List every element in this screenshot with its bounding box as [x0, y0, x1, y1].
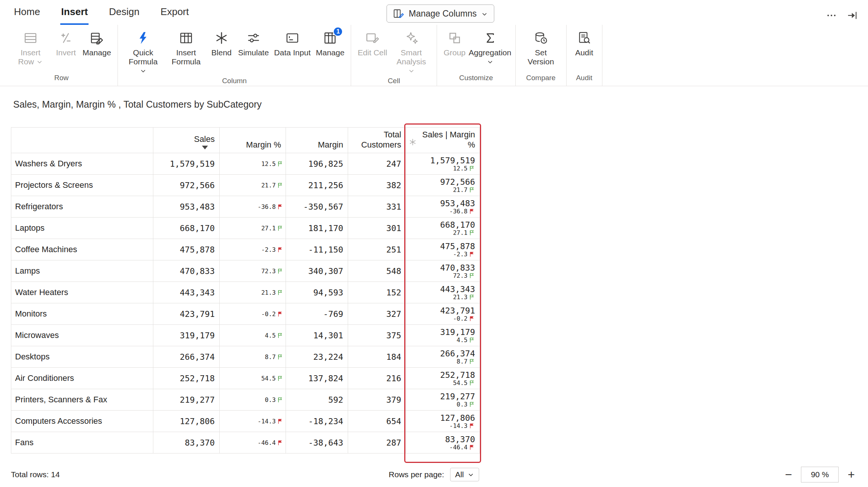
- row-label-cell[interactable]: Air Conditioners: [11, 368, 153, 389]
- row-label-cell[interactable]: Lamps: [11, 260, 153, 282]
- sales-margin-combo-cell[interactable]: 668,17027.1: [406, 218, 480, 239]
- margin-pct-cell[interactable]: 72.3: [220, 260, 286, 282]
- sales-cell[interactable]: 83,370: [153, 432, 220, 454]
- rows-per-page-select[interactable]: All: [450, 468, 479, 481]
- margin-pct-cell[interactable]: 21.7: [220, 175, 286, 196]
- customers-cell[interactable]: 548: [348, 260, 406, 282]
- sales-margin-combo-cell[interactable]: 219,2770.3: [406, 389, 480, 411]
- margin-cell[interactable]: 23,224: [286, 346, 348, 368]
- margin-cell[interactable]: -350,567: [286, 196, 348, 218]
- customers-cell[interactable]: 375: [348, 325, 406, 346]
- sales-margin-combo-cell[interactable]: 252,71854.5: [406, 368, 480, 389]
- customers-cell[interactable]: 327: [348, 303, 406, 325]
- smart-analysis-button[interactable]: Smart Analysis: [390, 25, 433, 75]
- sales-margin-combo-header[interactable]: Sales | Margin %: [406, 128, 480, 153]
- sales-cell[interactable]: 972,566: [153, 175, 220, 196]
- margin-pct-cell[interactable]: -2.3: [220, 239, 286, 260]
- pin-icon[interactable]: [847, 10, 858, 23]
- customers-cell[interactable]: 301: [348, 218, 406, 239]
- margin-cell[interactable]: 14,301: [286, 325, 348, 346]
- margin-pct-cell[interactable]: 4.5: [220, 325, 286, 346]
- margin-pct-cell[interactable]: -0.2: [220, 303, 286, 325]
- row-label-cell[interactable]: Computers Accessories: [11, 411, 153, 432]
- customers-cell[interactable]: 152: [348, 282, 406, 303]
- margin-cell[interactable]: 211,256: [286, 175, 348, 196]
- sales-cell[interactable]: 1,579,519: [153, 153, 220, 175]
- total-customers-header[interactable]: Total Customers: [348, 128, 406, 153]
- set-version-button[interactable]: Set Version: [520, 25, 562, 66]
- audit-button[interactable]: Audit: [570, 25, 598, 57]
- sales-cell[interactable]: 470,833: [153, 260, 220, 282]
- sales-margin-combo-cell[interactable]: 475,878-2.3: [406, 239, 480, 260]
- customers-cell[interactable]: 251: [348, 239, 406, 260]
- sales-margin-combo-cell[interactable]: 953,483-36.8: [406, 196, 480, 218]
- blend-button[interactable]: Blend: [208, 25, 235, 57]
- row-label-cell[interactable]: Laptops: [11, 218, 153, 239]
- aggregation-button[interactable]: Aggregation: [469, 25, 512, 66]
- margin-cell[interactable]: 196,825: [286, 153, 348, 175]
- sales-margin-combo-cell[interactable]: 127,806-14.3: [406, 411, 480, 432]
- more-options-icon[interactable]: [826, 10, 837, 23]
- customers-cell[interactable]: 654: [348, 411, 406, 432]
- margin-pct-cell[interactable]: -14.3: [220, 411, 286, 432]
- customers-cell[interactable]: 287: [348, 432, 406, 454]
- margin-pct-cell[interactable]: 27.1: [220, 218, 286, 239]
- insert-formula-button[interactable]: Insert Formula: [165, 25, 208, 66]
- margin-pct-cell[interactable]: -36.8: [220, 196, 286, 218]
- row-label-cell[interactable]: Refrigerators: [11, 196, 153, 218]
- row-label-cell[interactable]: Microwaves: [11, 325, 153, 346]
- margin-cell[interactable]: 592: [286, 389, 348, 411]
- customers-cell[interactable]: 331: [348, 196, 406, 218]
- tab-design[interactable]: Design: [108, 0, 140, 25]
- customers-cell[interactable]: 379: [348, 389, 406, 411]
- margin-cell[interactable]: 94,593: [286, 282, 348, 303]
- row-label-cell[interactable]: Printers, Scanners & Fax: [11, 389, 153, 411]
- manage-rows-button[interactable]: Manage: [80, 25, 114, 57]
- margin-pct-cell[interactable]: 12.5: [220, 153, 286, 175]
- sales-cell[interactable]: 266,374: [153, 346, 220, 368]
- edit-cell-button[interactable]: Edit Cell: [355, 25, 390, 57]
- sales-margin-combo-cell[interactable]: 1,579,51912.5: [406, 153, 480, 175]
- margin-header[interactable]: Margin: [286, 128, 348, 153]
- tab-insert[interactable]: Insert: [60, 0, 89, 25]
- margin-pct-cell[interactable]: 54.5: [220, 368, 286, 389]
- sales-margin-combo-cell[interactable]: 443,34321.3: [406, 282, 480, 303]
- sales-cell[interactable]: 668,170: [153, 218, 220, 239]
- tab-home[interactable]: Home: [13, 0, 41, 25]
- sales-cell[interactable]: 953,483: [153, 196, 220, 218]
- row-label-cell[interactable]: Coffee Machines: [11, 239, 153, 260]
- sales-cell[interactable]: 219,277: [153, 389, 220, 411]
- customers-cell[interactable]: 184: [348, 346, 406, 368]
- invert-button[interactable]: Invert: [52, 25, 80, 57]
- sales-margin-combo-cell[interactable]: 423,791-0.2: [406, 303, 480, 325]
- margin-cell[interactable]: 181,170: [286, 218, 348, 239]
- sales-margin-combo-cell[interactable]: 972,56621.7: [406, 175, 480, 196]
- sales-cell[interactable]: 127,806: [153, 411, 220, 432]
- zoom-out-button[interactable]: −: [783, 468, 795, 481]
- tab-export[interactable]: Export: [160, 0, 189, 25]
- margin-pct-cell[interactable]: 21.3: [220, 282, 286, 303]
- row-label-cell[interactable]: Water Heaters: [11, 282, 153, 303]
- margin-pct-cell[interactable]: -46.4: [220, 432, 286, 454]
- sales-cell[interactable]: 252,718: [153, 368, 220, 389]
- manage-columns-button[interactable]: Manage Columns: [387, 5, 494, 23]
- sales-margin-combo-cell[interactable]: 83,370-46.4: [406, 432, 480, 454]
- row-label-cell[interactable]: Washers & Dryers: [11, 153, 153, 175]
- row-label-cell[interactable]: Projectors & Screens: [11, 175, 153, 196]
- sales-margin-combo-cell[interactable]: 470,83372.3: [406, 260, 480, 282]
- sales-header[interactable]: Sales: [153, 128, 220, 153]
- margin-pct-cell[interactable]: 0.3: [220, 389, 286, 411]
- margin-cell[interactable]: -18,234: [286, 411, 348, 432]
- row-label-cell[interactable]: Desktops: [11, 346, 153, 368]
- insert-row-button[interactable]: Insert Row: [9, 25, 52, 66]
- sales-cell[interactable]: 443,343: [153, 282, 220, 303]
- sales-cell[interactable]: 475,878: [153, 239, 220, 260]
- customers-cell[interactable]: 216: [348, 368, 406, 389]
- margin-cell[interactable]: -769: [286, 303, 348, 325]
- margin-cell[interactable]: 137,824: [286, 368, 348, 389]
- margin-pct-header[interactable]: Margin %: [220, 128, 286, 153]
- row-label-cell[interactable]: Monitors: [11, 303, 153, 325]
- simulate-button[interactable]: Simulate: [235, 25, 272, 57]
- data-input-button[interactable]: Data Input: [272, 25, 313, 57]
- zoom-in-button[interactable]: +: [845, 468, 857, 481]
